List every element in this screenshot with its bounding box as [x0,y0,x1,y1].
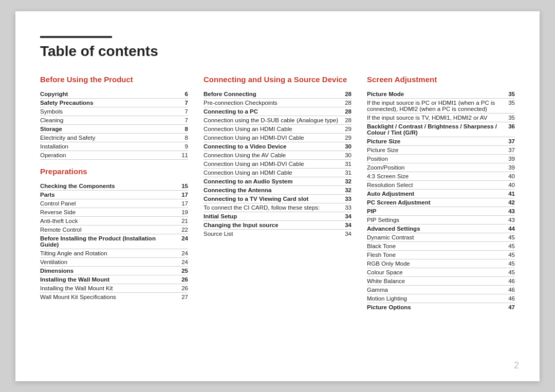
toc-row: Connecting to a PC28 [203,107,351,116]
toc-row: If the input source is PC or HDMI1 (when… [367,99,515,114]
toc-label: Position [367,156,505,162]
toc-row: Storage8 [40,125,188,134]
toc-label: Connection Using an HDMI-DVI Cable [203,161,341,167]
toc-label: Checking the Components [40,183,178,189]
toc-row: Pre-connection Checkpoints28 [203,99,351,107]
toc-page-number: 45 [505,260,515,267]
toc-label: Copyright [40,91,178,97]
toc-row: Motion Lighting46 [367,294,515,303]
toc-row: Auto Adjustment41 [367,190,515,198]
toc-page-number: 27 [178,294,188,300]
section-heading-0: Screen Adjustment [367,75,515,85]
toc-row: Changing the Input source34 [203,221,351,230]
toc-page-number: 8 [178,135,188,141]
toc-page-number: 31 [341,161,351,167]
section-heading-0: Before Using the Product [40,75,188,85]
toc-label: Control Panel [40,200,178,207]
toc-page-number: 29 [341,126,351,132]
toc-page-number: 45 [505,243,515,249]
toc-page-number: 45 [505,269,515,275]
toc-row: Installing the Wall Mount Kit26 [40,284,188,293]
toc-page-number: 24 [178,235,188,241]
toc-page-number: 37 [505,138,515,144]
toc-row: Connection Using an HDMI Cable31 [203,169,351,177]
toc-label: Symbols [40,108,178,115]
toc-row: Safety Precautions7 [40,99,188,107]
toc-page-number: 43 [505,217,515,223]
toc-row: Wall Mount Kit Specifications27 [40,293,188,301]
toc-page-number: 31 [341,170,351,176]
toc-label: Tilting Angle and Rotation [40,250,178,256]
toc-row: Connection using the D-SUB cable (Analog… [203,116,351,125]
toc-row: RGB Only Mode45 [367,259,515,268]
toc-row: Colour Space45 [367,268,515,277]
toc-page-number: 47 [505,304,515,310]
toc-page-number: 34 [341,231,351,237]
columns: Before Using the ProductCopyright6Safety… [40,75,515,311]
toc-page-number: 34 [341,222,351,228]
toc-row: Ventilation24 [40,258,188,267]
toc-label: Remote Control [40,227,178,233]
toc-page-number: 35 [505,91,515,97]
toc-page-number: 26 [178,276,188,283]
toc-page-number: 29 [341,135,351,141]
toc-row: Picture Mode35 [367,90,515,99]
toc-row: Dynamic Contrast45 [367,233,515,242]
toc-row: White Balance46 [367,277,515,286]
toc-label: Dimensions [40,268,178,274]
toc-row: Connection Using the AV Cable30 [203,151,351,160]
toc-page-number: 39 [505,164,515,171]
toc-page-number: 17 [178,200,188,207]
toc-page-number: 30 [341,143,351,150]
toc-row: Position39 [367,155,515,163]
toc-page-number: 30 [341,152,351,158]
toc-label: Before Connecting [203,91,341,97]
toc-label: Parts [40,192,178,198]
toc-page-number: 28 [341,117,351,123]
toc-row: Picture Options47 [367,303,515,311]
toc-label: PC Screen Adjustment [367,199,505,206]
toc-label: Flesh Tone [367,252,505,258]
toc-row: Flesh Tone45 [367,251,515,259]
col-connecting: Connecting and Using a Source DeviceBefo… [203,75,367,311]
toc-page-number: 21 [178,218,188,224]
toc-page-number: 46 [505,278,515,284]
toc-page-number: 32 [341,187,351,193]
toc-page-number: 17 [178,192,188,198]
toc-row: Picture Size37 [367,146,515,155]
toc-page-number: 25 [178,268,188,274]
toc-page-number: 7 [178,108,188,115]
toc-row: Reverse Side19 [40,208,188,217]
toc-label: Ventilation [40,259,178,265]
toc-row: Electricity and Safety8 [40,134,188,142]
toc-label: If the input source is PC or HDMI1 (when… [367,100,505,112]
toc-label: Connection Using an HDMI Cable [203,170,341,176]
toc-page-number: 46 [505,295,515,302]
toc-row: Connection Using an HDMI-DVI Cable31 [203,160,351,169]
toc-label: Initial Setup [203,213,341,219]
toc-row: Operation11 [40,151,188,160]
toc-row: Connecting to a Video Device30 [203,142,351,151]
toc-row: Resolution Select40 [367,181,515,190]
toc-row: Advanced Settings44 [367,225,515,233]
toc-label: Resolution Select [367,182,505,188]
toc-row: Connection Using an HDMI-DVI Cable29 [203,134,351,142]
toc-label: Colour Space [367,269,505,275]
toc-row: Gamma46 [367,286,515,294]
toc-row: Connection Using an HDMI Cable29 [203,125,351,134]
toc-row: Symbols7 [40,107,188,116]
toc-row: Connecting to a TV Viewing Card slot33 [203,195,351,203]
toc-page-number: 39 [505,156,515,162]
toc-page-number: 35 [505,115,515,121]
toc-page-number: 19 [178,209,188,215]
toc-label: White Balance [367,278,505,284]
toc-label: Connecting to a TV Viewing Card slot [203,196,341,202]
toc-row: Backlight / Contrast / Brightness / Shar… [367,122,515,137]
page-number: 2 [514,360,519,371]
toc-label: Electricity and Safety [40,135,178,141]
toc-row: Anti-theft Lock21 [40,217,188,226]
toc-row: Installation9 [40,142,188,151]
toc-row: Control Panel17 [40,199,188,208]
toc-row: Parts17 [40,191,188,199]
toc-label: Connecting to a Video Device [203,143,341,150]
